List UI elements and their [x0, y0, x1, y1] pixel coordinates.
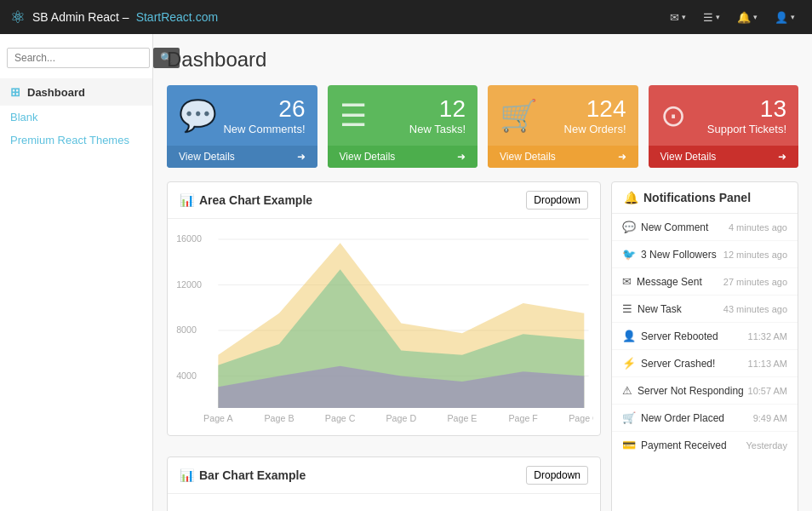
notif-time-2: 27 minutes ago: [723, 277, 787, 287]
top-nav: ⚛ SB Admin React – StartReact.com ✉ ▾ ☰ …: [0, 0, 812, 34]
area-chart-title-text: Area Chart Example: [199, 193, 312, 207]
x-label-e: Page E: [447, 413, 477, 423]
notif-icon-2: ✉: [622, 275, 632, 288]
comments-card: 💬 26 New Comments! View Details ➜: [167, 85, 317, 168]
orders-footer-icon: ➜: [618, 151, 626, 163]
search-input[interactable]: [7, 48, 150, 68]
x-label-d: Page D: [386, 413, 416, 423]
list-item: ⚡ Server Crashed! 11:13 AM: [612, 350, 798, 377]
notif-icon-0: 💬: [622, 221, 636, 233]
bell-icon: 🔔: [624, 191, 638, 204]
notif-text-6: Server Not Responding: [638, 385, 744, 397]
notif-left-4: 👤 Server Rebooted: [622, 330, 718, 342]
notif-title-text: Notifications Panel: [643, 191, 751, 204]
notif-icon-1: 🐦: [622, 248, 636, 261]
notif-text-7: New Order Placed: [641, 412, 724, 424]
notif-text-1: 3 New Followers: [641, 249, 717, 261]
tasks-footer-icon: ➜: [457, 151, 466, 163]
x-label-c: Page C: [325, 413, 356, 423]
notif-list: 💬 New Comment 4 minutes ago 🐦 3 New Foll…: [612, 214, 798, 458]
notif-icon-7: 🛒: [622, 411, 636, 424]
notif-left-7: 🛒 New Order Placed: [622, 411, 724, 424]
notif-time-5: 11:13 AM: [748, 359, 787, 369]
notif-icon-3: ☰: [622, 302, 632, 315]
sidebar-item-dashboard[interactable]: ⊞ Dashboard: [0, 78, 152, 106]
y-label-4000: 4000: [176, 370, 197, 381]
sidebar-item-premium[interactable]: Premium React Themes: [0, 129, 152, 152]
notif-text-8: Payment Received: [641, 439, 727, 451]
bottom-row: 📊 Area Chart Example Dropdown 16000 1200…: [167, 181, 798, 511]
tickets-details-link[interactable]: View Details: [660, 151, 717, 163]
list-item: ☰ New Task 43 minutes ago: [612, 296, 798, 323]
notif-left-1: 🐦 3 New Followers: [622, 248, 717, 261]
comments-footer[interactable]: View Details ➜: [167, 146, 317, 168]
area-chart-svg: 16000 12000 8000 4000: [174, 226, 593, 426]
bell-nav-btn[interactable]: 🔔 ▾: [730, 8, 764, 27]
comments-footer-icon: ➜: [297, 151, 306, 163]
comments-details-link[interactable]: View Details: [179, 151, 235, 163]
react-icon: ⚛: [10, 7, 26, 27]
notif-icon-8: 💳: [622, 439, 636, 451]
area-chart-body: 16000 12000 8000 4000: [168, 219, 600, 435]
notif-icon-4: 👤: [622, 330, 636, 342]
notif-left-2: ✉ Message Sent: [622, 275, 702, 288]
tasks-details-link[interactable]: View Details: [340, 151, 396, 163]
notif-time-6: 10:57 AM: [748, 386, 787, 396]
notif-time-4: 11:32 AM: [748, 331, 787, 342]
notif-text-5: Server Crashed!: [641, 358, 715, 370]
tickets-icon: ⊙: [660, 98, 686, 134]
notif-text-4: Server Rebooted: [641, 330, 718, 342]
notif-panel-header: 🔔 Notifications Panel: [612, 182, 798, 214]
tickets-label: Support Tickets!: [707, 123, 786, 135]
brand-link[interactable]: StartReact.com: [136, 10, 218, 24]
y-label-8000: 8000: [176, 324, 197, 335]
comments-card-body: 💬 26 New Comments!: [167, 85, 317, 146]
notif-text-2: Message Sent: [637, 276, 702, 288]
sidebar-item-blank[interactable]: Blank: [0, 106, 152, 129]
notifications-panel: 🔔 Notifications Panel 💬 New Comment 4 mi…: [611, 181, 798, 511]
list-item: 🛒 New Order Placed 9:49 AM: [612, 405, 798, 432]
tasks-info: 12 New Tasks!: [409, 95, 466, 135]
area-chart-dropdown[interactable]: Dropdown: [526, 191, 588, 210]
user-nav-btn[interactable]: 👤 ▾: [768, 8, 802, 27]
notif-left-5: ⚡ Server Crashed!: [622, 357, 715, 370]
notif-time-1: 12 minutes ago: [723, 250, 787, 260]
orders-footer[interactable]: View Details ➜: [488, 146, 638, 168]
tickets-footer-icon: ➜: [778, 151, 786, 163]
list-nav-btn[interactable]: ☰ ▾: [696, 8, 727, 27]
comments-icon: 💬: [179, 98, 217, 134]
orders-details-link[interactable]: View Details: [500, 151, 556, 163]
notif-left-3: ☰ New Task: [622, 302, 682, 315]
tasks-label: New Tasks!: [409, 123, 466, 135]
area-chart-header: 📊 Area Chart Example Dropdown: [168, 182, 600, 219]
list-item: ⚠ Server Not Responding 10:57 AM: [612, 377, 798, 405]
tickets-info: 13 Support Tickets!: [707, 95, 786, 135]
tickets-card-body: ⊙ 13 Support Tickets!: [649, 85, 799, 146]
tasks-number: 12: [409, 95, 466, 123]
bar-chart-icon2: 📊: [180, 468, 194, 482]
notif-time-0: 4 minutes ago: [729, 222, 787, 233]
area-chart-panel: 📊 Area Chart Example Dropdown 16000 1200…: [167, 181, 601, 436]
mail-nav-btn[interactable]: ✉ ▾: [663, 8, 693, 27]
tasks-footer[interactable]: View Details ➜: [328, 146, 478, 168]
tasks-icon: ☰: [340, 98, 367, 134]
comments-number: 26: [223, 95, 305, 123]
bar-chart-header: 📊 Bar Chart Example Dropdown: [168, 457, 600, 494]
list-item: 👤 Server Rebooted 11:32 AM: [612, 323, 798, 350]
stat-cards: 💬 26 New Comments! View Details ➜ ☰ 12: [167, 85, 798, 168]
list-item: 🐦 3 New Followers 12 minutes ago: [612, 241, 798, 268]
notif-time-7: 9:49 AM: [753, 413, 787, 423]
list-item: 💬 New Comment 4 minutes ago: [612, 214, 798, 241]
orders-card: 🛒 124 New Orders! View Details ➜: [488, 85, 638, 168]
x-label-f: Page F: [508, 413, 538, 423]
sidebar-nav: ⊞ Dashboard Blank Premium React Themes: [0, 78, 152, 152]
y-label-16000: 16000: [176, 233, 202, 244]
tickets-footer[interactable]: View Details ➜: [649, 146, 799, 168]
tasks-card-body: ☰ 12 New Tasks!: [328, 85, 478, 146]
notif-time-8: Yesterday: [746, 440, 787, 451]
page-title: Dashboard: [167, 48, 798, 72]
bar-chart-dropdown[interactable]: Dropdown: [526, 466, 588, 485]
list-item: ✉ Message Sent 27 minutes ago: [612, 268, 798, 296]
notif-icon-6: ⚠: [622, 384, 632, 397]
comments-label: New Comments!: [223, 123, 305, 135]
